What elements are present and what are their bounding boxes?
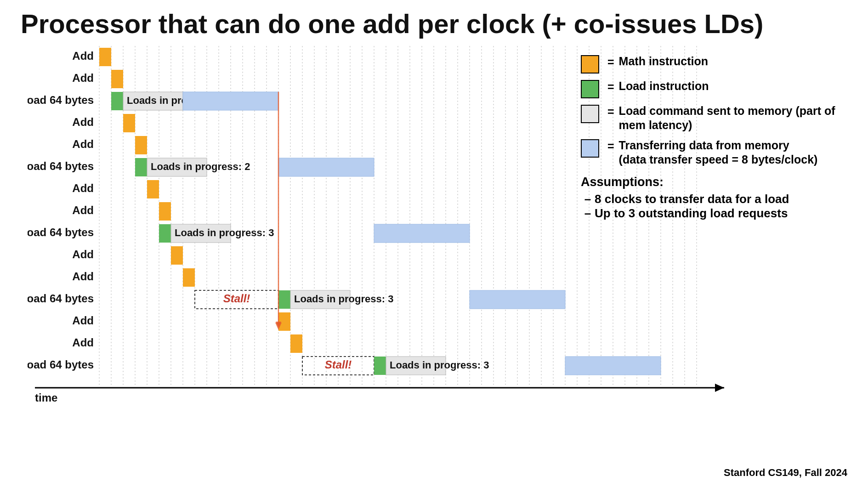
row-label: Add (72, 270, 94, 283)
legend: = Math instruction = Load instruction = … (581, 54, 847, 221)
assumptions-header: Assumptions: (581, 175, 847, 189)
legend-text: Transferring data from memory (data tran… (619, 138, 818, 167)
legend-text: Math instruction (619, 54, 708, 68)
stall-label: Stall! (325, 358, 352, 371)
bar-load (374, 357, 386, 375)
row-label: Add (72, 248, 94, 260)
legend-item-math: = Math instruction (581, 54, 847, 74)
legend-item-load: = Load instruction (581, 79, 847, 98)
row-label: Add (72, 72, 94, 84)
bar-load (111, 92, 123, 110)
row-label: Load 64 bytes (28, 160, 94, 172)
bar-add (123, 114, 135, 132)
equals-icon: = (607, 56, 614, 69)
swatch-cmd-icon (581, 105, 599, 123)
row-label: Load 64 bytes (28, 226, 94, 238)
legend-item-cmd: = Load command sent to memory (part of m… (581, 104, 847, 133)
legend-text: Load command sent to memory (part of mem… (619, 104, 847, 133)
row-label: Add (72, 116, 94, 128)
legend-text: Load instruction (619, 79, 709, 93)
row-label: Add (72, 50, 94, 62)
slide-footer: Stanford CS149, Fall 2024 (724, 467, 847, 479)
row-label: Load 64 bytes (28, 358, 94, 371)
axis-arrow-icon (715, 384, 724, 392)
loads-in-progress-label: Loads in progress: 3 (294, 293, 393, 305)
legend-item-xfer: = Transferring data from memory (data tr… (581, 138, 847, 167)
loads-in-progress-label: Loads in progress: 3 (175, 227, 274, 238)
swatch-math-icon (581, 55, 599, 74)
row-label: Load 64 bytes (28, 94, 94, 106)
row-label: Add (72, 314, 94, 327)
assumption-item: –Up to 3 outstanding load requests (581, 206, 847, 221)
bar-add (99, 48, 111, 66)
equals-icon: = (607, 140, 614, 153)
slide-title: Processor that can do one add per clock … (21, 8, 763, 39)
row-label: Add (72, 138, 94, 150)
assumption-item: –8 clocks to transfer data for a load (581, 192, 847, 206)
bar-add (290, 334, 302, 353)
bar-load (278, 290, 290, 309)
bar-add (147, 180, 159, 198)
bar-add (159, 202, 171, 221)
loads-in-progress-label: Loads in progress: 2 (151, 161, 250, 172)
bar-xfer (374, 224, 470, 243)
equals-icon: = (607, 105, 614, 119)
bar-xfer (278, 158, 374, 176)
bar-add (171, 246, 183, 265)
bar-add (111, 70, 123, 88)
row-label: Add (72, 182, 94, 194)
time-axis-label: time (35, 391, 57, 404)
bar-load (135, 158, 147, 176)
equals-icon: = (607, 80, 614, 94)
bar-add (135, 136, 147, 154)
swatch-xfer-icon (581, 139, 599, 158)
row-label: Add (72, 204, 94, 216)
bar-add (183, 268, 195, 287)
bar-xfer (565, 357, 661, 375)
row-label: Load 64 bytes (28, 292, 94, 305)
loads-in-progress-label: Loads in progress: 3 (390, 359, 489, 371)
stall-label: Stall! (223, 292, 250, 305)
bar-xfer (470, 290, 565, 309)
swatch-load-icon (581, 80, 599, 98)
bar-xfer (183, 92, 278, 110)
row-label: Add (72, 336, 94, 349)
bar-load (159, 224, 171, 243)
